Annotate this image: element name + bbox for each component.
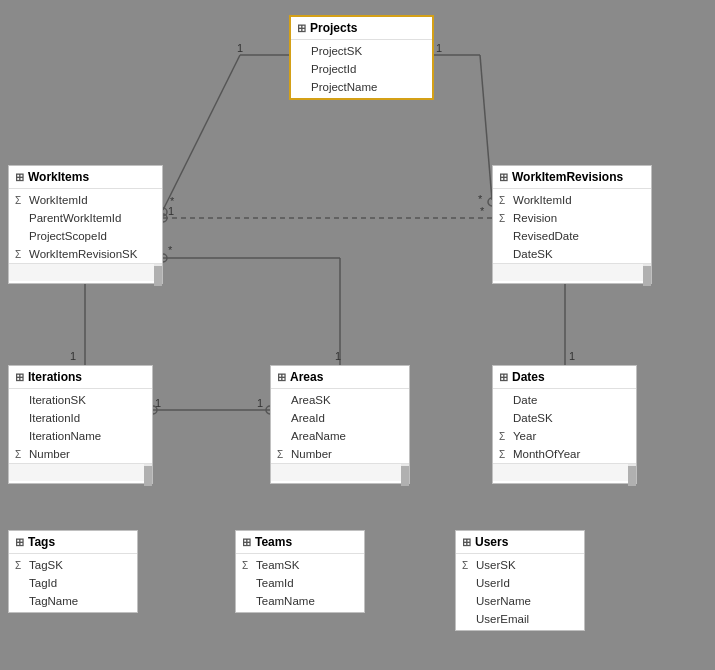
table-projects-header: ⊞ Projects [291, 17, 432, 40]
table-row: TagId [9, 574, 137, 592]
table-dates[interactable]: ⊞ Dates Date DateSK Σ Year Σ MonthOfYear [492, 365, 637, 484]
table-projects[interactable]: ⊞ Projects ProjectSK ProjectId ProjectNa… [289, 15, 434, 100]
diagram-canvas: 1 * 1 * 1 * * * 1 1 * 1 1 1 ⊞ Projects P… [0, 0, 715, 670]
table-row: ProjectId [291, 60, 432, 78]
label-star-areas: * [168, 244, 172, 256]
table-row: Σ Year [493, 427, 636, 445]
table-row: UserEmail [456, 610, 584, 628]
table-row: TeamId [236, 574, 364, 592]
table-row: UserId [456, 574, 584, 592]
table-row: ParentWorkItemId [9, 209, 162, 227]
table-row: Σ TagSK [9, 556, 137, 574]
table-teams-body: Σ TeamSK TeamId TeamName [236, 554, 364, 612]
label-1-areas-left: 1 [257, 397, 263, 409]
label-1-dates-top: 1 [569, 350, 575, 362]
table-row: ProjectSK [291, 42, 432, 60]
table-row: ProjectScopeId [9, 227, 162, 245]
table-workitems[interactable]: ⊞ WorkItems Σ WorkItemId ParentWorkItemI… [8, 165, 163, 284]
table-iterations-body: IterationSK IterationId IterationName Σ … [9, 389, 152, 483]
label-1-iter-right: 1 [155, 397, 161, 409]
table-row: Σ WorkItemRevisionSK [9, 245, 162, 263]
table-users-body: Σ UserSK UserId UserName UserEmail [456, 554, 584, 630]
label-1-areas-top: 1 [335, 350, 341, 362]
table-row: Σ UserSK [456, 556, 584, 574]
table-row: Σ Revision [493, 209, 651, 227]
table-row: DateSK [493, 245, 651, 263]
label-star-wir: * [478, 193, 482, 205]
table-row: AreaId [271, 409, 409, 427]
table-areas[interactable]: ⊞ Areas AreaSK AreaId AreaName Σ Number [270, 365, 410, 484]
svg-line-4 [480, 55, 492, 200]
table-workitemrevisions[interactable]: ⊞ WorkItemRevisions Σ WorkItemId Σ Revis… [492, 165, 652, 284]
table-icon-teams: ⊞ [242, 536, 251, 549]
table-projects-body: ProjectSK ProjectId ProjectName [291, 40, 432, 98]
table-users-header: ⊞ Users [456, 531, 584, 554]
table-users[interactable]: ⊞ Users Σ UserSK UserId UserName UserEma… [455, 530, 585, 631]
label-star-dash-right: * [480, 205, 484, 217]
table-workitemrevisions-header: ⊞ WorkItemRevisions [493, 166, 651, 189]
table-row: RevisedDate [493, 227, 651, 245]
table-row: Σ Number [271, 445, 409, 463]
table-row: Σ WorkItemId [493, 191, 651, 209]
table-row: UserName [456, 592, 584, 610]
table-iterations-header: ⊞ Iterations [9, 366, 152, 389]
table-icon-workitems: ⊞ [15, 171, 24, 184]
table-row: TeamName [236, 592, 364, 610]
table-icon-iterations: ⊞ [15, 371, 24, 384]
table-row: TagName [9, 592, 137, 610]
table-row: Σ TeamSK [236, 556, 364, 574]
table-row: AreaSK [271, 391, 409, 409]
table-icon-tags: ⊞ [15, 536, 24, 549]
table-row: DateSK [493, 409, 636, 427]
table-row: IterationId [9, 409, 152, 427]
table-workitems-body: Σ WorkItemId ParentWorkItemId ProjectSco… [9, 189, 162, 283]
table-icon-projects: ⊞ [297, 22, 306, 35]
table-row: AreaName [271, 427, 409, 445]
table-teams[interactable]: ⊞ Teams Σ TeamSK TeamId TeamName [235, 530, 365, 613]
table-teams-header: ⊞ Teams [236, 531, 364, 554]
table-tags-body: Σ TagSK TagId TagName [9, 554, 137, 612]
table-row: IterationName [9, 427, 152, 445]
table-iterations[interactable]: ⊞ Iterations IterationSK IterationId Ite… [8, 365, 153, 484]
table-row: IterationSK [9, 391, 152, 409]
label-1-wi: 1 [237, 42, 243, 54]
table-row: Σ MonthOfYear [493, 445, 636, 463]
table-icon-users: ⊞ [462, 536, 471, 549]
table-row: Date [493, 391, 636, 409]
table-icon-areas: ⊞ [277, 371, 286, 384]
table-row: ProjectName [291, 78, 432, 96]
table-icon-workitemrevisions: ⊞ [499, 171, 508, 184]
table-row: Σ Number [9, 445, 152, 463]
table-areas-header: ⊞ Areas [271, 366, 409, 389]
table-dates-header: ⊞ Dates [493, 366, 636, 389]
table-tags[interactable]: ⊞ Tags Σ TagSK TagId TagName [8, 530, 138, 613]
svg-line-1 [163, 55, 240, 210]
table-dates-body: Date DateSK Σ Year Σ MonthOfYear [493, 389, 636, 483]
table-icon-dates: ⊞ [499, 371, 508, 384]
table-row: Σ WorkItemId [9, 191, 162, 209]
table-tags-header: ⊞ Tags [9, 531, 137, 554]
label-1-wir: 1 [436, 42, 442, 54]
label-1-dash-left: 1 [168, 205, 174, 217]
table-areas-body: AreaSK AreaId AreaName Σ Number [271, 389, 409, 483]
table-workitemrevisions-body: Σ WorkItemId Σ Revision RevisedDate Date… [493, 189, 651, 283]
table-workitems-header: ⊞ WorkItems [9, 166, 162, 189]
label-1-iter-bottom: 1 [70, 350, 76, 362]
